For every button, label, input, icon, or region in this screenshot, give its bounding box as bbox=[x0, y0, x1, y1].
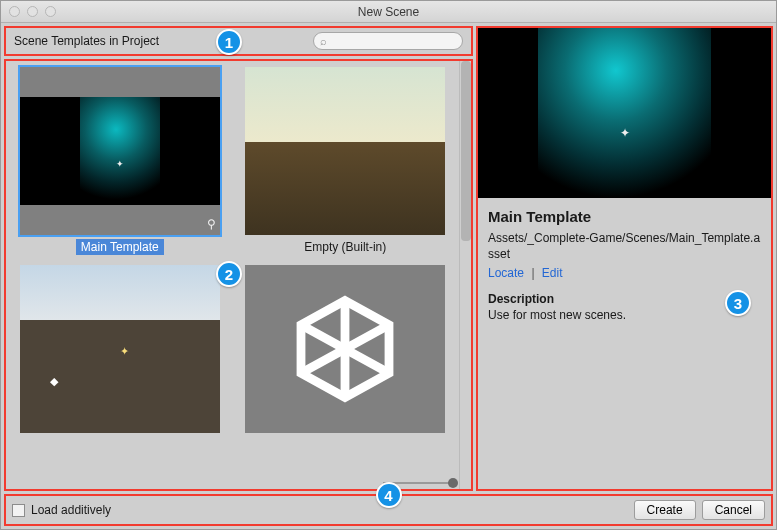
callout-1: 1 bbox=[216, 29, 242, 55]
search-icon: ⌕ bbox=[320, 35, 327, 47]
template-item-unity[interactable] bbox=[238, 265, 454, 439]
template-thumb[interactable] bbox=[245, 67, 445, 235]
left-pane: Scene Templates in Project ⌕ 1 ✦ bbox=[1, 23, 476, 494]
grid-scrollbar[interactable] bbox=[459, 61, 471, 489]
template-thumb[interactable] bbox=[245, 265, 445, 433]
callout-2: 2 bbox=[216, 261, 242, 287]
description-text: Use for most new scenes. bbox=[488, 308, 761, 322]
window-title: New Scene bbox=[1, 5, 776, 19]
new-scene-window: New Scene Scene Templates in Project ⌕ 1 bbox=[0, 0, 777, 530]
description-label: Description bbox=[488, 292, 761, 306]
link-separator: | bbox=[531, 266, 534, 280]
unity-logo-icon bbox=[290, 294, 400, 404]
template-preview: ✦ bbox=[478, 28, 771, 198]
callout-4: 4 bbox=[376, 482, 402, 508]
footer-bar: Load additively Create Cancel 4 bbox=[4, 494, 773, 526]
search-input[interactable] bbox=[330, 35, 456, 47]
template-item-empty[interactable]: Empty (Built-in) bbox=[238, 67, 454, 255]
titlebar: New Scene bbox=[1, 1, 776, 23]
section-label: Scene Templates in Project bbox=[14, 34, 159, 48]
template-label: Empty (Built-in) bbox=[299, 239, 391, 255]
details-title: Main Template bbox=[488, 208, 761, 225]
callout-3: 3 bbox=[725, 290, 751, 316]
template-item-main[interactable]: ✦ ⚲ Main Template bbox=[12, 67, 228, 255]
template-label bbox=[115, 437, 125, 439]
search-field[interactable]: ⌕ bbox=[313, 32, 463, 50]
cancel-button[interactable]: Cancel bbox=[702, 500, 765, 520]
load-additively-label: Load additively bbox=[31, 503, 111, 517]
template-item-basic[interactable]: ◆✦ bbox=[12, 265, 228, 439]
load-additively-checkbox[interactable] bbox=[12, 504, 25, 517]
ship-icon: ✦ bbox=[620, 126, 630, 140]
template-thumb[interactable]: ✦ ⚲ bbox=[20, 67, 220, 235]
scrollbar-thumb[interactable] bbox=[461, 61, 471, 241]
details-asset-path: Assets/_Complete-Game/Scenes/Main_Templa… bbox=[488, 231, 761, 262]
template-grid-region: ✦ ⚲ Main Template Empty (Built-in) bbox=[4, 59, 473, 491]
pin-icon[interactable]: ⚲ bbox=[207, 217, 216, 231]
details-links: Locate | Edit bbox=[488, 266, 761, 280]
locate-link[interactable]: Locate bbox=[488, 266, 524, 280]
edit-link[interactable]: Edit bbox=[542, 266, 563, 280]
template-thumb[interactable]: ◆✦ bbox=[20, 265, 220, 433]
template-label bbox=[340, 437, 350, 439]
template-label: Main Template bbox=[76, 239, 164, 255]
details-pane: ✦ Main Template Assets/_Complete-Game/Sc… bbox=[476, 26, 773, 491]
search-bar-region: Scene Templates in Project ⌕ 1 bbox=[4, 26, 473, 56]
zoom-handle[interactable] bbox=[448, 478, 458, 488]
ship-icon: ✦ bbox=[116, 159, 124, 169]
create-button[interactable]: Create bbox=[634, 500, 696, 520]
